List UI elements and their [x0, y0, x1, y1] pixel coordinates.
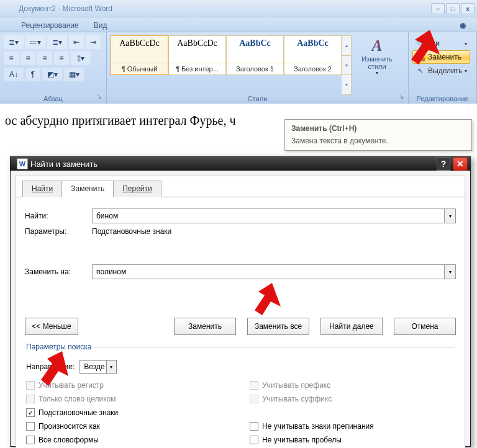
dropdown-icon[interactable]: ▾	[444, 209, 455, 223]
scroll-down-icon[interactable]: ▾	[342, 56, 351, 76]
opt-prefix: Учитывать префикс	[250, 381, 455, 390]
opt-whole-word: Только слово целиком	[26, 395, 231, 403]
select-label: Выделить	[428, 66, 462, 75]
checkbox-icon[interactable]	[26, 422, 35, 431]
tooltip: Заменить (Ctrl+H) Замена текста в докуме…	[284, 119, 472, 151]
find-label: Найти:	[25, 212, 86, 220]
paragraph-launcher-icon[interactable]: ↘	[95, 93, 104, 102]
checkbox-icon	[26, 395, 35, 403]
borders-button[interactable]: ▦▾	[64, 68, 84, 81]
style-label: Заголовок 2	[284, 63, 341, 74]
replace-with-label: Заменить на:	[25, 267, 86, 276]
svg-rect-0	[416, 53, 420, 56]
binoculars-icon: 🔍	[416, 38, 425, 48]
styles-launcher-icon[interactable]: ↘	[397, 93, 406, 102]
dialog-icon: W	[17, 158, 28, 169]
svg-rect-1	[421, 58, 425, 61]
window-title: Документ2 - Microsoft Word	[19, 4, 112, 13]
direction-select[interactable]: Везде ▾	[80, 360, 116, 374]
tooltip-desc: Замена текста в документе.	[291, 137, 465, 145]
replace-icon	[416, 52, 425, 62]
dialog-help-button[interactable]: ?	[437, 157, 450, 171]
align-center-button[interactable]: ≡	[20, 52, 35, 65]
dialog-title: Найти и заменить	[30, 159, 98, 169]
style-label: ¶ Обычный	[111, 63, 168, 74]
tab-find[interactable]: Найти	[22, 181, 62, 197]
cursor-icon: ↖	[416, 66, 425, 76]
group-styles-label: Стили ↘	[111, 95, 404, 102]
style-sample: AaBbCcDc	[119, 38, 160, 48]
style-heading1[interactable]: AaBbCc Заголовок 1	[226, 35, 284, 75]
search-options-legend: Параметры поиска	[26, 343, 94, 351]
less-button[interactable]: << Меньше	[25, 318, 78, 335]
direction-value: Везде	[84, 362, 104, 371]
dialog-close-button[interactable]: ✕	[453, 157, 468, 171]
opt-ignore-space[interactable]: Не учитывать пробелы	[250, 436, 455, 444]
group-paragraph: ≣▾ ≔▾ ≣▾ ⇤ ⇥ ≡ ≡ ≡ ≡ ‡▾ A↓ ¶ ◩▾ ▦▾	[0, 32, 107, 104]
show-marks-button[interactable]: ¶	[25, 68, 40, 81]
indent-decrease-button[interactable]: ⇤	[69, 35, 84, 49]
opt-wildcards[interactable]: ✓ Подстановочные знаки	[26, 408, 231, 417]
opt-sounds-like[interactable]: Произносится как	[26, 422, 231, 431]
minimize-button[interactable]: –	[431, 3, 445, 14]
style-normal[interactable]: AaBbCcDc ¶ Обычный	[111, 35, 168, 75]
change-styles-button[interactable]: A Изменить стили ▾	[358, 35, 396, 95]
style-sample: AaBbCc	[297, 38, 329, 48]
params-value: Подстановочные знаки	[92, 227, 171, 236]
cancel-button[interactable]: Отмена	[394, 318, 456, 335]
style-label: ¶ Без интер...	[169, 63, 225, 74]
replace-value: полином	[96, 267, 126, 276]
scroll-more-icon[interactable]: ▾	[342, 75, 351, 94]
checkbox-icon	[250, 381, 258, 390]
replace-button[interactable]: Заменить	[412, 50, 470, 64]
checkbox-icon[interactable]: ✓	[26, 408, 35, 417]
maximize-button[interactable]: □	[446, 3, 460, 14]
align-left-button[interactable]: ≡	[4, 52, 19, 65]
replace-input[interactable]: полином ▾	[92, 264, 456, 279]
replace-button[interactable]: Заменить	[174, 318, 236, 335]
direction-label: Направление:	[26, 362, 75, 371]
find-replace-dialog: W Найти и заменить ? ✕ Найти Заменить Пе…	[10, 156, 471, 447]
find-input[interactable]: бином ▾	[92, 208, 456, 223]
find-next-button[interactable]: Найти далее	[320, 318, 383, 335]
align-justify-button[interactable]: ≡	[54, 52, 69, 65]
help-icon[interactable]: ◉	[457, 19, 468, 32]
select-button[interactable]: ↖ Выделить ▾	[412, 64, 470, 78]
change-styles-label: Изменить стили	[358, 55, 396, 70]
scroll-up-icon[interactable]: ▴	[342, 36, 351, 56]
tab-view[interactable]: Вид	[91, 19, 110, 32]
change-styles-icon: A	[371, 37, 382, 55]
list-numbers-button[interactable]: ≔▾	[25, 35, 45, 49]
find-button[interactable]: 🔍 йти ▾	[412, 37, 470, 50]
indent-increase-button[interactable]: ⇥	[86, 35, 101, 49]
checkbox-icon[interactable]	[250, 436, 258, 444]
document-line: ос абсурдно притягивает интеграл Фурье, …	[5, 114, 235, 127]
align-right-button[interactable]: ≡	[37, 52, 52, 65]
group-styles: AaBbCcDc ¶ Обычный AaBbCcDc ¶ Без интер.…	[107, 32, 409, 104]
tooltip-title: Заменить (Ctrl+H)	[291, 124, 465, 133]
opt-ignore-punct[interactable]: Не учитывать знаки препинания	[250, 422, 455, 431]
style-sample: AaBbCcDc	[177, 38, 217, 48]
tab-goto[interactable]: Перейти	[113, 181, 161, 197]
sort-button[interactable]: A↓	[4, 68, 24, 81]
dropdown-icon[interactable]: ▾	[106, 361, 116, 373]
dropdown-icon: ▾	[465, 68, 467, 74]
checkbox-icon[interactable]	[26, 436, 35, 444]
opt-all-forms[interactable]: Все словоформы	[26, 436, 231, 444]
styles-scroll[interactable]: ▴ ▾ ▾	[342, 35, 352, 95]
opt-match-case: Учитывать регистр	[26, 381, 231, 390]
line-spacing-button[interactable]: ‡▾	[71, 52, 91, 65]
style-heading2[interactable]: AaBbCc Заголовок 2	[284, 35, 342, 75]
close-button[interactable]: x	[461, 3, 475, 14]
list-multilevel-button[interactable]: ≣▾	[47, 35, 67, 49]
tab-replace[interactable]: Заменить	[61, 181, 114, 197]
replace-label: Заменить	[428, 53, 461, 61]
checkbox-icon[interactable]	[250, 422, 258, 431]
dialog-titlebar[interactable]: W Найти и заменить ? ✕	[11, 157, 470, 171]
dropdown-icon[interactable]: ▾	[444, 265, 455, 279]
replace-all-button[interactable]: Заменить все	[247, 318, 309, 335]
list-bullets-button[interactable]: ≣▾	[4, 35, 24, 49]
shading-button[interactable]: ◩▾	[42, 68, 62, 81]
tab-review[interactable]: Рецензирование	[19, 19, 81, 32]
style-no-spacing[interactable]: AaBbCcDc ¶ Без интер...	[168, 35, 226, 75]
